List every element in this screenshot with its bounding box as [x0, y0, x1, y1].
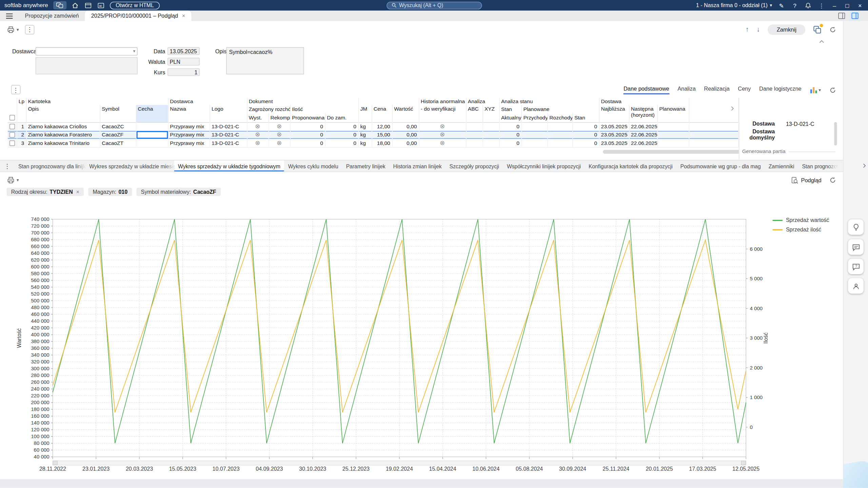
more-actions-button[interactable]: ⋮ — [25, 25, 35, 34]
filter-chip-rodzaj-okresu[interactable]: Rodzaj okresu:TYDZIEN × — [7, 188, 84, 196]
contact-support-button[interactable] — [848, 278, 864, 294]
assistant-button[interactable] — [848, 219, 864, 235]
signature-icon[interactable]: ✎ — [777, 1, 785, 10]
row-checkbox[interactable] — [9, 124, 15, 129]
help-chat-button[interactable]: ? — [848, 259, 864, 274]
next-record-icon[interactable]: ↓ — [757, 25, 760, 33]
panel-vertical-scrollbar[interactable] — [834, 122, 837, 146]
column-header-jm[interactable]: JM — [358, 105, 372, 122]
column-header-wartosc[interactable]: Wartość — [392, 105, 419, 122]
panel-layout-icon[interactable] — [837, 12, 846, 20]
scroll-tabs-right-icon[interactable] — [863, 163, 866, 169]
date-field[interactable] — [167, 47, 200, 55]
grid-row-2-selected[interactable]: 2 Ziarno kakaowca Forastero CacaoZF Przy… — [8, 130, 738, 139]
tab-zamienniki[interactable]: Zamienniki — [765, 161, 798, 172]
workspace-panels-icon[interactable] — [813, 25, 822, 34]
group-header-dostawca[interactable]: Dostawca — [168, 98, 247, 105]
group-header-dostawa[interactable]: Dostawa — [599, 98, 689, 105]
column-header-aktualny[interactable]: Aktualny — [499, 113, 521, 122]
help-icon[interactable]: ? — [791, 1, 799, 10]
column-header-proponowana[interactable]: Proponowana — [290, 113, 325, 122]
tab-szczegoly-propozycji[interactable]: Szczegóły propozycji — [446, 161, 503, 172]
close-window-button[interactable]: × — [856, 2, 864, 9]
grid-row-3[interactable]: 3 Ziarno kakaowca Trinitario CacaoZT Prz… — [8, 139, 738, 147]
tab-historia-zmian[interactable]: Historia zmian linijek — [389, 161, 446, 172]
tab-parametry-linijek[interactable]: Parametry linijek — [342, 161, 389, 172]
home-icon[interactable] — [71, 1, 79, 10]
group-header-stan[interactable]: Stan — [499, 105, 521, 113]
column-header-cena[interactable]: Cena — [372, 105, 392, 122]
column-header-rozchody[interactable]: Rozchody — [548, 113, 573, 122]
tab-konfiguracja-kartotek[interactable]: Konfiguracja kartotek dla propozycji — [585, 161, 676, 172]
remove-filter-icon[interactable]: × — [76, 189, 80, 195]
column-header-stan-plan[interactable]: Stan — [572, 113, 599, 122]
group-header-planowane[interactable]: Planowane — [521, 105, 599, 113]
side-panel-icon[interactable] — [850, 12, 859, 20]
filter-chip-magazyn[interactable]: Magazyn:010 — [88, 188, 132, 196]
view-tab-dane-logistyczne[interactable]: Dane logistyczne — [759, 86, 802, 94]
view-tab-dane-podstawowe[interactable]: Dane podstawowe — [624, 86, 669, 94]
print-button[interactable]: ▾ — [7, 25, 19, 34]
view-tab-analiza[interactable]: Analiza — [677, 86, 696, 94]
tab-wspolczynniki[interactable]: Współczynniki linijek propozycji — [503, 161, 585, 172]
supplier-note-field[interactable] — [36, 57, 138, 74]
column-header-opis[interactable]: Opis — [26, 105, 100, 122]
view-tab-realizacja[interactable]: Realizacja — [704, 86, 729, 94]
close-tab-icon[interactable]: × — [182, 13, 185, 19]
tab-document-preview[interactable]: 2025/PROP/010/000001 – Podgląd × — [85, 11, 191, 21]
view-tab-ceny[interactable]: Ceny — [738, 86, 751, 94]
global-search-input[interactable]: Wyszukaj (Alt + Q) — [386, 1, 481, 9]
group-header-kartoteka[interactable]: Kartoteka — [26, 98, 168, 105]
column-header-do-weryfikacji[interactable]: - do weryfikacji — [419, 105, 466, 122]
tabs-menu-icon[interactable]: ⋮ — [0, 161, 15, 172]
column-header-abc[interactable]: ABC — [466, 105, 482, 122]
select-all-checkbox[interactable] — [9, 115, 15, 120]
refresh-icon[interactable] — [829, 26, 836, 33]
group-header-zagrozony-rozchod[interactable]: Zagrożony rozchód — [247, 105, 290, 113]
column-header-przychody[interactable]: Przychody — [521, 113, 548, 122]
open-in-html-button[interactable]: Otwórz w HTML — [110, 1, 160, 9]
chart-refresh-icon[interactable] — [829, 176, 836, 183]
previous-record-icon[interactable]: ↑ — [746, 25, 749, 33]
grid-menu-button[interactable]: ⋮ — [11, 85, 21, 94]
supplier-combobox[interactable]: ▾ — [36, 47, 138, 56]
preview-button[interactable]: Podgląd — [791, 176, 821, 183]
tab-stan-prognozowany[interactable]: Stan prognozowany dla linijki — [15, 161, 85, 172]
column-header-wyst[interactable]: Wyst. — [247, 113, 269, 122]
column-header-nastepna[interactable]: Następna(horyzont) — [629, 105, 657, 122]
more-menu-icon[interactable]: ⋮ — [817, 1, 825, 10]
column-header-logo[interactable]: Logo — [210, 105, 247, 122]
group-header-analiza[interactable]: Analiza — [466, 98, 499, 105]
apps-icon[interactable] — [53, 1, 66, 10]
group-header-dokument[interactable]: Dokument — [247, 98, 358, 105]
row-checkbox[interactable] — [9, 140, 15, 146]
collapse-form-icon[interactable] — [819, 38, 824, 44]
close-document-button[interactable]: Zamknij — [768, 24, 805, 35]
open-windows-icon[interactable] — [84, 1, 92, 10]
column-header-do-zam[interactable]: Do zam. — [325, 113, 358, 122]
notifications-bell-icon[interactable] — [804, 1, 812, 10]
group-header-historia[interactable]: Historia anormalna — [419, 98, 466, 105]
group-header-ilosc[interactable]: Ilość — [290, 105, 358, 113]
feedback-button[interactable] — [848, 239, 864, 255]
row-checkbox[interactable] — [9, 132, 15, 138]
column-header-rekomp[interactable]: Rekomp. — [269, 113, 290, 122]
column-header-nazwa[interactable]: Nazwa — [168, 105, 210, 122]
tab-wykres-tygodniowy[interactable]: Wykres sprzedaży w układzie tygodniowym — [174, 161, 284, 172]
column-header-cecha[interactable]: Cecha — [136, 105, 168, 122]
grid-refresh-icon[interactable] — [829, 86, 836, 93]
tab-podsumowanie[interactable]: Podsumowanie wg grup - dla mag — [676, 161, 765, 172]
rate-field[interactable] — [167, 68, 200, 76]
grid-horizontal-scrollbar[interactable] — [603, 150, 743, 154]
maximize-button[interactable]: □ — [844, 2, 851, 9]
company-selector[interactable]: 1 - Nasza firma 0 - oddział (1) ▾ — [696, 2, 772, 8]
expand-columns-icon[interactable] — [731, 106, 734, 112]
tab-propozycje-zamowien[interactable]: Propozycje zamówień — [19, 11, 85, 21]
minimize-button[interactable]: – — [831, 2, 838, 9]
column-header-najblizsza[interactable]: Najbliższa — [599, 105, 629, 122]
currency-field[interactable] — [167, 58, 200, 65]
description-field[interactable]: Symbol=cacaoz% — [226, 47, 304, 74]
shortcuts-icon[interactable]: ac — [97, 1, 105, 10]
filter-chip-symbol-materialowy[interactable]: Symbol materiałowy:CacaoZF — [136, 188, 220, 196]
chart-view-icon[interactable]: ▾ — [810, 86, 821, 94]
